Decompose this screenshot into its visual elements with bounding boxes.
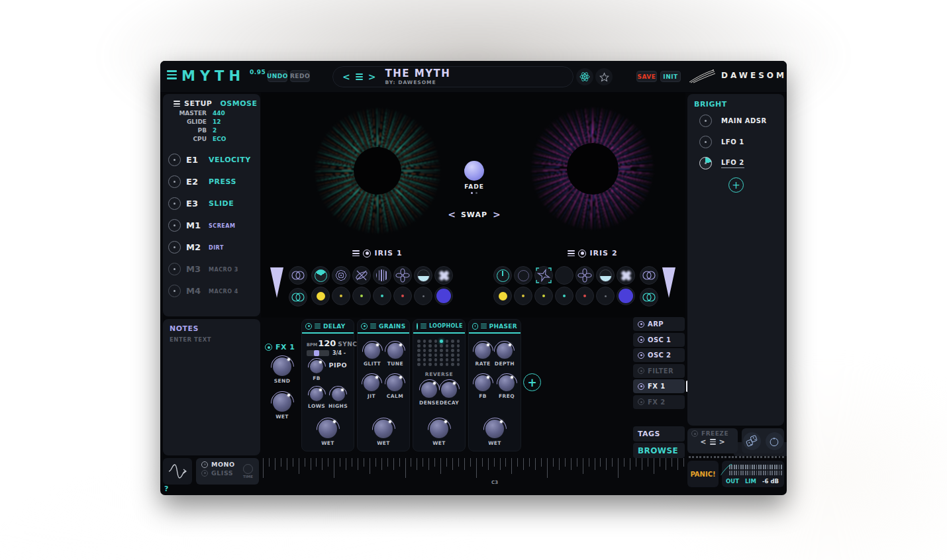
- phaser-fb-knob[interactable]: [475, 375, 491, 391]
- loophole-decay-knob[interactable]: [441, 382, 457, 398]
- grains-jit-knob[interactable]: [364, 375, 379, 391]
- keyboard-tick[interactable]: [281, 458, 281, 467]
- setup-label[interactable]: SETUP: [184, 99, 212, 108]
- loophole-step-dot[interactable]: [423, 363, 426, 366]
- param-value[interactable]: ECO: [213, 136, 226, 142]
- loophole-step-dot[interactable]: [446, 340, 449, 343]
- color-dot[interactable]: [414, 287, 432, 305]
- keyboard-tick[interactable]: [287, 458, 287, 470]
- venn-teal-icon[interactable]: [640, 288, 658, 306]
- loophole-step-dot[interactable]: [423, 340, 426, 343]
- pitch-curve-panel[interactable]: [163, 458, 192, 485]
- loophole-menu-icon[interactable]: [421, 322, 426, 330]
- fade-knob[interactable]: [464, 161, 484, 181]
- help-button[interactable]: ?: [164, 485, 168, 493]
- tab-tags[interactable]: TAGS: [633, 426, 685, 442]
- keyboard-tick[interactable]: [375, 458, 376, 467]
- keyboard-tick[interactable]: [263, 458, 264, 478]
- osc2-enable-icon[interactable]: [638, 352, 644, 359]
- delay-highs-knob[interactable]: [332, 388, 345, 401]
- keyboard-tick[interactable]: [606, 458, 607, 470]
- macro-knob-icon[interactable]: [168, 197, 181, 210]
- keyboard-tick[interactable]: [505, 458, 506, 467]
- arp-enable-icon[interactable]: [638, 321, 644, 328]
- loophole-step-dot[interactable]: [451, 358, 454, 361]
- loophole-step-dot[interactable]: [451, 349, 454, 352]
- preset-selector[interactable]: < > THE MYTH BY: DAWESOME: [332, 66, 573, 87]
- keyboard-tick[interactable]: [482, 458, 483, 467]
- keyboard-tick[interactable]: [334, 458, 334, 478]
- wet-knob[interactable]: [273, 393, 291, 412]
- keyboard-tick[interactable]: [452, 458, 453, 470]
- loophole-step-dot[interactable]: [446, 344, 449, 348]
- half-icon[interactable]: [414, 266, 432, 285]
- phaser-rate-knob[interactable]: [475, 343, 491, 359]
- lim-label[interactable]: LIM: [745, 478, 756, 485]
- flower-icon[interactable]: [575, 266, 594, 285]
- freeze-list-icon[interactable]: [710, 438, 716, 446]
- keyboard-tick[interactable]: [358, 458, 358, 470]
- loophole-step-dot[interactable]: [457, 344, 460, 348]
- keyboard-tick[interactable]: [346, 458, 346, 470]
- fx2-enable-icon[interactable]: [638, 398, 644, 405]
- setup-mode-value[interactable]: OSMOSE: [220, 99, 257, 108]
- keyboard-tick[interactable]: [535, 458, 536, 470]
- color-dot[interactable]: [493, 287, 512, 305]
- keyboard-tick[interactable]: [500, 458, 501, 470]
- loophole-step-dot[interactable]: [440, 349, 443, 352]
- grains-tune-knob[interactable]: [387, 343, 403, 359]
- favorite-button[interactable]: [595, 68, 613, 85]
- keyboard-tick[interactable]: [423, 458, 423, 467]
- keyboard-tick[interactable]: [476, 458, 477, 478]
- keyboard-tick[interactable]: [577, 458, 577, 467]
- macro-assignment[interactable]: PRESS: [209, 177, 236, 186]
- keyboard-tick[interactable]: [340, 458, 340, 467]
- freeze-nav[interactable]: < >: [691, 438, 734, 446]
- swap-right-icon[interactable]: >: [493, 209, 501, 220]
- mono-enable-icon[interactable]: [201, 461, 208, 468]
- creature-button[interactable]: [766, 432, 783, 450]
- keyboard-tick[interactable]: [488, 458, 489, 470]
- loophole-step-dot[interactable]: [440, 340, 443, 343]
- loophole-step-dot[interactable]: [434, 340, 438, 343]
- save-button[interactable]: SAVE: [636, 71, 657, 82]
- mod-item-lfo1[interactable]: LFO 1: [694, 133, 777, 151]
- iris1-header[interactable]: IRIS 1: [338, 249, 417, 257]
- loophole-step-dot[interactable]: [423, 353, 426, 357]
- loophole-step-dot[interactable]: [417, 353, 421, 357]
- macro-knob-icon[interactable]: [168, 219, 181, 232]
- iris1-morph-triangle[interactable]: [270, 267, 283, 298]
- keyboard-tick[interactable]: [387, 458, 388, 467]
- init-button[interactable]: INIT: [660, 71, 681, 82]
- iris1-visual[interactable]: [315, 108, 440, 234]
- delay-wet-knob[interactable]: [319, 420, 337, 438]
- loophole-step-dot[interactable]: [423, 344, 426, 348]
- grains-menu-icon[interactable]: [370, 322, 376, 330]
- fx1-enable-icon[interactable]: [265, 344, 272, 351]
- keyboard-tick[interactable]: [464, 458, 465, 470]
- starx-icon[interactable]: [534, 266, 553, 285]
- tab-filter[interactable]: FILTER: [633, 364, 685, 378]
- loophole-step-dot[interactable]: [451, 344, 454, 348]
- keyboard-tick[interactable]: [299, 458, 299, 474]
- half-icon[interactable]: [596, 266, 615, 285]
- keyboard-tick[interactable]: [683, 458, 684, 467]
- swap-left-icon[interactable]: <: [448, 209, 456, 220]
- param-value[interactable]: 2: [213, 127, 217, 134]
- keyboard-tick[interactable]: [517, 458, 518, 467]
- macro-assignment[interactable]: SLIDE: [209, 199, 234, 208]
- setup-menu-icon[interactable]: [174, 99, 180, 108]
- freeze-enable-icon[interactable]: [691, 430, 698, 437]
- phaser-freq-knob[interactable]: [499, 375, 515, 391]
- loophole-header[interactable]: LOOPHOLE: [413, 320, 465, 334]
- pie-icon[interactable]: [311, 266, 330, 285]
- keyboard-tick[interactable]: [428, 458, 429, 470]
- loophole-enable-icon[interactable]: [417, 323, 418, 330]
- preset-prev-icon[interactable]: <: [342, 71, 350, 82]
- param-value[interactable]: 12: [213, 118, 221, 125]
- keyboard-tick[interactable]: [630, 458, 630, 470]
- color-dot[interactable]: [311, 287, 330, 305]
- keyboard-tick[interactable]: [553, 458, 554, 467]
- loophole-dense-knob[interactable]: [421, 382, 437, 398]
- loophole-step-dot[interactable]: [440, 363, 443, 366]
